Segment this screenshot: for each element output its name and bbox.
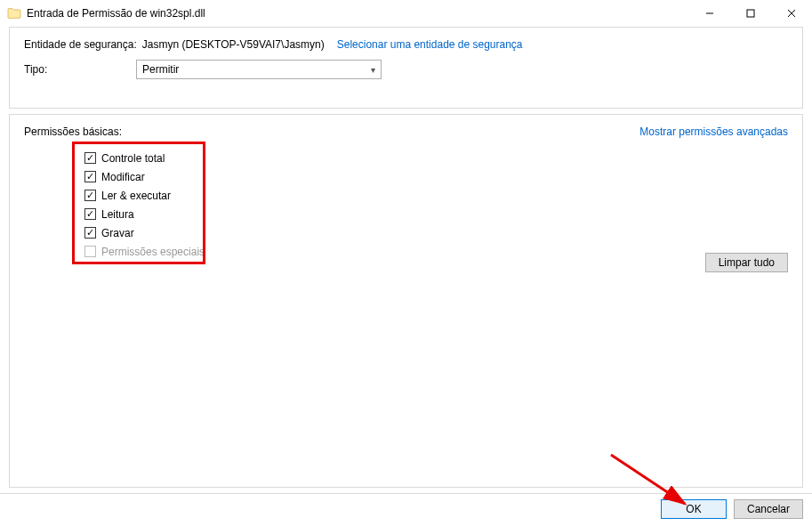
principal-value: Jasmyn (DESKTOP-V59VAI7\Jasmyn)	[142, 38, 325, 51]
folder-icon	[7, 6, 21, 20]
permission-item: Ler & executar	[84, 186, 213, 205]
chevron-down-icon: ▾	[371, 65, 375, 75]
checkbox-permissoes-especiais	[84, 246, 96, 257]
checkbox-label: Permissões especiais	[101, 246, 205, 258]
show-advanced-permissions-link[interactable]: Mostrar permissões avançadas	[639, 125, 788, 138]
clear-all-button[interactable]: Limpar tudo	[705, 253, 788, 272]
permissions-panel: Permissões básicas: Mostrar permissões a…	[9, 114, 803, 488]
svg-rect-1	[747, 10, 754, 17]
principal-panel: Entidade de segurança: Jasmyn (DESKTOP-V…	[9, 27, 803, 109]
type-select[interactable]: Permitir ▾	[136, 60, 382, 79]
footer-separator	[0, 493, 812, 494]
cancel-button[interactable]: Cancelar	[734, 499, 803, 519]
checkbox-ler-executar[interactable]	[84, 190, 96, 201]
permission-item: Modificar	[84, 167, 213, 186]
type-label: Tipo:	[24, 63, 133, 76]
permission-item: Leitura	[84, 205, 213, 223]
select-principal-link[interactable]: Selecionar uma entidade de segurança	[337, 38, 523, 51]
close-button[interactable]	[771, 0, 812, 27]
dialog-footer: OK Cancelar	[661, 499, 803, 519]
permission-item: Controle total	[84, 149, 213, 167]
checkbox-modificar[interactable]	[84, 171, 96, 182]
permissions-checkbox-group: Controle total Modificar Ler & executar …	[77, 143, 220, 266]
window-title: Entrada de Permissão de win32spl.dll	[27, 7, 689, 20]
checkbox-label: Leitura	[101, 208, 134, 221]
permission-item: Permissões especiais	[84, 242, 213, 261]
permissions-title: Permissões básicas:	[24, 125, 122, 138]
checkbox-controle-total[interactable]	[84, 152, 96, 164]
titlebar: Entrada de Permissão de win32spl.dll	[0, 0, 812, 27]
minimize-button[interactable]	[689, 0, 730, 27]
permission-item: Gravar	[84, 223, 213, 242]
checkbox-leitura[interactable]	[84, 208, 96, 220]
checkbox-label: Controle total	[101, 152, 165, 165]
checkbox-label: Ler & executar	[101, 190, 171, 202]
type-select-value: Permitir	[142, 63, 179, 76]
checkbox-gravar[interactable]	[84, 227, 96, 239]
maximize-button[interactable]	[730, 0, 771, 27]
window-controls	[689, 0, 812, 27]
ok-button[interactable]: OK	[661, 499, 727, 519]
checkbox-label: Modificar	[101, 171, 145, 183]
principal-label: Entidade de segurança:	[24, 38, 137, 51]
checkbox-label: Gravar	[101, 227, 134, 239]
